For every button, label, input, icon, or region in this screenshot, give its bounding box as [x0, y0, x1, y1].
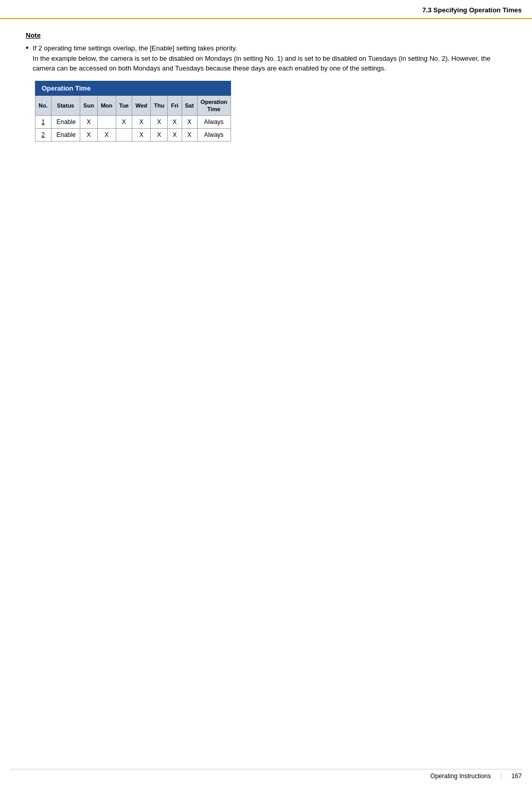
- cell-tue-1: X: [116, 116, 132, 129]
- col-thu: Thu: [151, 95, 168, 116]
- col-fri: Fri: [168, 95, 182, 116]
- cell-sun-1: X: [80, 116, 98, 129]
- operation-time-table-wrapper: Operation Time No. Status Sun Mon Tue We…: [35, 81, 506, 142]
- cell-wed-2: X: [132, 129, 151, 142]
- page-header: 7.3 Specifying Operation Times: [0, 0, 532, 19]
- col-no: No.: [36, 95, 51, 116]
- cell-status-2: Enable: [51, 129, 80, 142]
- note-list: • If 2 operating time settings overlap, …: [26, 43, 506, 74]
- table-row: 2 Enable X X X X X X Always: [36, 129, 231, 142]
- note-text: If 2 operating time settings overlap, th…: [33, 43, 506, 74]
- cell-thu-1: X: [151, 116, 168, 129]
- cell-fri-1: X: [168, 116, 182, 129]
- cell-optime-2: Always: [197, 129, 230, 142]
- page-footer: Operating Instructions 167: [10, 769, 522, 780]
- cell-mon-2: X: [97, 129, 116, 142]
- cell-tue-2: [116, 129, 132, 142]
- note-item: • If 2 operating time settings overlap, …: [26, 43, 506, 74]
- note-heading: Note: [26, 31, 506, 39]
- page-header-title: 7.3 Specifying Operation Times: [422, 6, 522, 14]
- col-sun: Sun: [80, 95, 98, 116]
- cell-wed-1: X: [132, 116, 151, 129]
- footer-page: 167: [501, 773, 522, 780]
- col-tue: Tue: [116, 95, 132, 116]
- col-mon: Mon: [97, 95, 116, 116]
- note-paragraph-1: If 2 operating time settings overlap, th…: [33, 44, 237, 52]
- cell-no-2: 2: [36, 129, 51, 142]
- bullet-icon: •: [26, 44, 29, 52]
- page-content: Note • If 2 operating time settings over…: [0, 19, 532, 172]
- cell-optime-1: Always: [197, 116, 230, 129]
- col-sat: Sat: [182, 95, 197, 116]
- footer-label: Operating Instructions: [431, 773, 491, 780]
- note-paragraph-2: In the example below, the camera is set …: [33, 55, 491, 73]
- cell-thu-2: X: [151, 129, 168, 142]
- cell-fri-2: X: [168, 129, 182, 142]
- col-operation-time: OperationTime: [197, 95, 230, 116]
- cell-sat-1: X: [182, 116, 197, 129]
- cell-sun-2: X: [80, 129, 98, 142]
- cell-sat-2: X: [182, 129, 197, 142]
- col-wed: Wed: [132, 95, 151, 116]
- table-column-header-row: No. Status Sun Mon Tue Wed Thu Fri Sat O…: [36, 95, 231, 116]
- col-status: Status: [51, 95, 80, 116]
- operation-time-table: Operation Time No. Status Sun Mon Tue We…: [35, 81, 231, 142]
- table-title-cell: Operation Time: [36, 81, 231, 95]
- cell-no-1: 1: [36, 116, 51, 129]
- table-title-row: Operation Time: [36, 81, 231, 95]
- cell-status-1: Enable: [51, 116, 80, 129]
- cell-mon-1: [97, 116, 116, 129]
- table-row: 1 Enable X X X X X X Always: [36, 116, 231, 129]
- table-body: 1 Enable X X X X X X Always 2 Enable X X: [36, 116, 231, 142]
